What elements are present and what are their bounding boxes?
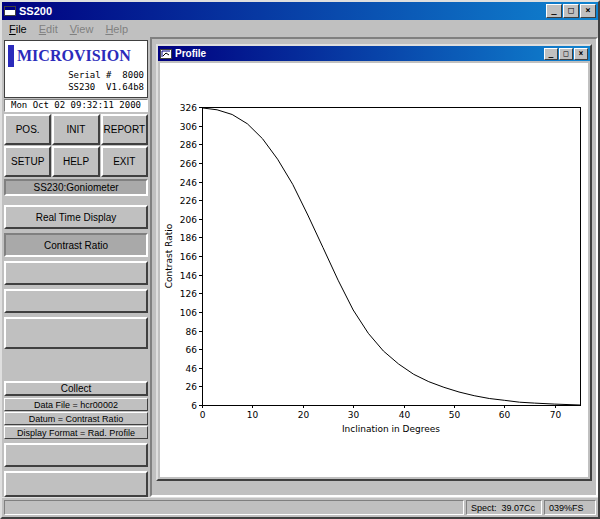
svg-text:46: 46 bbox=[186, 364, 198, 374]
svg-text:266: 266 bbox=[180, 159, 197, 169]
empty-slot bbox=[4, 443, 148, 467]
status-message-panel bbox=[4, 500, 464, 515]
empty-slot bbox=[4, 317, 148, 349]
empty-slot bbox=[4, 261, 148, 285]
svg-text:206: 206 bbox=[180, 215, 197, 225]
logo-box: MICROVISION Serial # 8000 SS230 V1.64b8 bbox=[4, 40, 148, 98]
main-titlebar[interactable]: SS200 _ □ × bbox=[2, 2, 598, 20]
svg-text:86: 86 bbox=[186, 327, 198, 337]
setup-button[interactable]: SETUP bbox=[4, 146, 51, 177]
init-button[interactable]: INIT bbox=[52, 114, 99, 145]
maximize-button[interactable]: □ bbox=[563, 4, 579, 18]
profile-close-button[interactable]: × bbox=[574, 48, 588, 60]
sidebar: MICROVISION Serial # 8000 SS230 V1.64b8 … bbox=[2, 37, 150, 497]
collect-button[interactable]: Collect bbox=[4, 381, 148, 396]
svg-text:286: 286 bbox=[180, 140, 197, 150]
app-icon bbox=[4, 6, 16, 16]
svg-text:10: 10 bbox=[247, 410, 259, 420]
menubar: File Edit View Help bbox=[2, 20, 598, 37]
svg-text:226: 226 bbox=[180, 196, 197, 206]
menu-help: Help bbox=[99, 22, 134, 36]
fullscale-readout: 039%FS bbox=[544, 500, 596, 515]
contrast-ratio-button[interactable]: Contrast Ratio bbox=[4, 233, 148, 257]
window-title: SS200 bbox=[19, 5, 543, 17]
profile-minimize-button[interactable]: _ bbox=[544, 48, 558, 60]
svg-text:126: 126 bbox=[180, 289, 197, 299]
spect-readout: Spect: 39.07Cc bbox=[466, 500, 542, 515]
svg-text:166: 166 bbox=[180, 252, 197, 262]
empty-slot bbox=[4, 289, 148, 313]
svg-text:186: 186 bbox=[180, 233, 197, 243]
profile-window-title: Profile bbox=[175, 48, 541, 59]
menu-edit: Edit bbox=[33, 22, 64, 36]
svg-text:Contrast Ratio: Contrast Ratio bbox=[164, 223, 174, 288]
profile-icon bbox=[160, 49, 172, 59]
mdi-area: Profile _ □ × 62646668610612614616618620… bbox=[150, 37, 598, 497]
real-time-display-button[interactable]: Real Time Display bbox=[4, 205, 148, 229]
svg-text:Inclination in Degrees: Inclination in Degrees bbox=[342, 424, 440, 434]
svg-text:326: 326 bbox=[180, 103, 197, 113]
svg-text:146: 146 bbox=[180, 271, 197, 281]
datum-readout: Datum = Contrast Ratio bbox=[4, 412, 148, 425]
svg-text:50: 50 bbox=[449, 410, 461, 420]
svg-text:40: 40 bbox=[399, 410, 411, 420]
svg-text:306: 306 bbox=[180, 122, 197, 132]
svg-text:26: 26 bbox=[186, 382, 198, 392]
profile-window: Profile _ □ × 62646668610612614616618620… bbox=[156, 44, 592, 481]
svg-text:6: 6 bbox=[191, 401, 197, 411]
svg-text:246: 246 bbox=[180, 178, 197, 188]
firmware-version: SS230 V1.64b8 bbox=[8, 81, 144, 93]
datetime-display: Mon Oct 02 09:32:11 2000 bbox=[4, 99, 148, 112]
command-button-grid: POS. INIT REPORT SETUP HELP EXIT bbox=[4, 114, 148, 177]
menu-file[interactable]: File bbox=[3, 22, 33, 36]
menu-view: View bbox=[64, 22, 100, 36]
logo-bar-icon bbox=[8, 45, 14, 67]
data-file-readout: Data File = hcr00002 bbox=[4, 398, 148, 411]
svg-text:106: 106 bbox=[180, 308, 197, 318]
minimize-button[interactable]: _ bbox=[546, 4, 562, 18]
profile-restore-button[interactable]: □ bbox=[559, 48, 573, 60]
svg-text:30: 30 bbox=[348, 410, 360, 420]
svg-text:0: 0 bbox=[200, 410, 206, 420]
svg-text:66: 66 bbox=[186, 345, 198, 355]
logo-text: MICROVISION bbox=[17, 47, 131, 65]
main-window: SS200 _ □ × File Edit View Help MICROVIS… bbox=[0, 0, 600, 519]
goniometer-button[interactable]: SS230:Goniometer bbox=[4, 179, 148, 196]
report-button[interactable]: REPORT bbox=[101, 114, 148, 145]
svg-text:70: 70 bbox=[550, 410, 562, 420]
chart-area: 6264666861061261461661862062262462662863… bbox=[160, 63, 588, 477]
pos-button[interactable]: POS. bbox=[4, 114, 51, 145]
serial-number: Serial # 8000 bbox=[8, 69, 144, 81]
svg-text:60: 60 bbox=[499, 410, 511, 420]
profile-titlebar[interactable]: Profile _ □ × bbox=[158, 46, 590, 61]
help-button[interactable]: HELP bbox=[52, 146, 99, 177]
svg-text:20: 20 bbox=[298, 410, 310, 420]
exit-button[interactable]: EXIT bbox=[101, 146, 148, 177]
statusbar: Spect: 39.07Cc 039%FS bbox=[2, 497, 598, 517]
contrast-ratio-chart: 6264666861061261461661862062262462662863… bbox=[160, 63, 588, 477]
close-button[interactable]: × bbox=[580, 4, 596, 18]
empty-slot bbox=[4, 471, 148, 497]
display-format-readout: Display Format = Rad. Profile bbox=[4, 426, 148, 439]
